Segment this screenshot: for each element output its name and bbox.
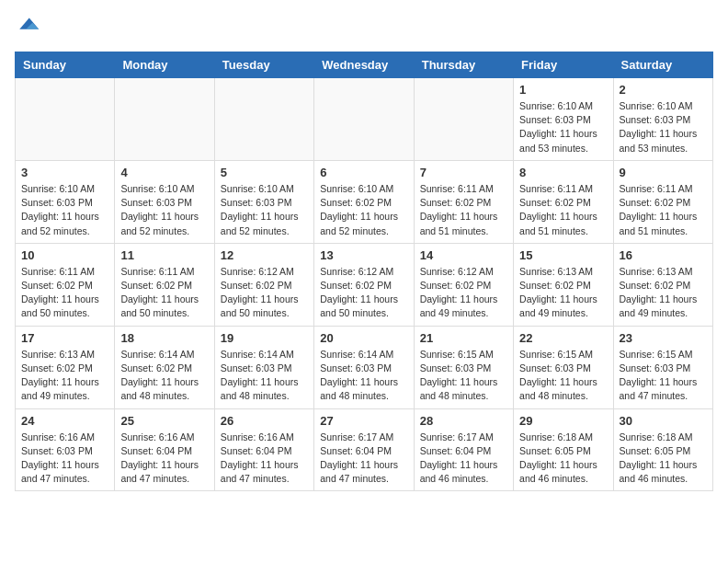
- calendar-cell: [115, 78, 214, 161]
- day-info: Sunrise: 6:18 AM Sunset: 6:05 PM Dayligh…: [620, 431, 707, 487]
- day-info: Sunrise: 6:11 AM Sunset: 6:02 PM Dayligh…: [21, 265, 108, 321]
- day-number: 12: [221, 248, 308, 262]
- day-number: 29: [519, 414, 607, 428]
- day-info: Sunrise: 6:17 AM Sunset: 6:04 PM Dayligh…: [320, 431, 407, 487]
- calendar-cell: 6Sunrise: 6:10 AM Sunset: 6:02 PM Daylig…: [314, 160, 414, 243]
- column-header-friday: Friday: [514, 52, 613, 78]
- day-info: Sunrise: 6:11 AM Sunset: 6:02 PM Dayligh…: [120, 265, 208, 321]
- day-number: 3: [21, 166, 108, 179]
- calendar-cell: 9Sunrise: 6:11 AM Sunset: 6:02 PM Daylig…: [613, 160, 712, 243]
- day-info: Sunrise: 6:10 AM Sunset: 6:03 PM Dayligh…: [221, 182, 308, 238]
- column-header-saturday: Saturday: [613, 52, 712, 78]
- day-info: Sunrise: 6:16 AM Sunset: 6:03 PM Dayligh…: [21, 431, 108, 487]
- day-info: Sunrise: 6:10 AM Sunset: 6:03 PM Dayligh…: [519, 99, 607, 155]
- day-info: Sunrise: 6:18 AM Sunset: 6:05 PM Dayligh…: [519, 431, 607, 487]
- day-info: Sunrise: 6:13 AM Sunset: 6:02 PM Dayligh…: [620, 265, 707, 321]
- day-info: Sunrise: 6:17 AM Sunset: 6:04 PM Dayligh…: [420, 431, 507, 487]
- calendar-cell: 1Sunrise: 6:10 AM Sunset: 6:03 PM Daylig…: [514, 78, 613, 161]
- day-info: Sunrise: 6:14 AM Sunset: 6:03 PM Dayligh…: [221, 348, 308, 404]
- calendar-cell: 8Sunrise: 6:11 AM Sunset: 6:02 PM Daylig…: [514, 160, 613, 243]
- day-number: 18: [120, 331, 208, 345]
- day-info: Sunrise: 6:12 AM Sunset: 6:02 PM Dayligh…: [420, 265, 507, 321]
- day-info: Sunrise: 6:10 AM Sunset: 6:03 PM Dayligh…: [21, 182, 108, 238]
- calendar-week-row: 24Sunrise: 6:16 AM Sunset: 6:03 PM Dayli…: [16, 408, 713, 491]
- day-number: 19: [221, 331, 308, 345]
- day-number: 30: [620, 414, 707, 428]
- day-number: 21: [420, 331, 507, 345]
- day-info: Sunrise: 6:11 AM Sunset: 6:02 PM Dayligh…: [620, 182, 707, 238]
- day-info: Sunrise: 6:16 AM Sunset: 6:04 PM Dayligh…: [120, 431, 208, 487]
- calendar-cell: 3Sunrise: 6:10 AM Sunset: 6:03 PM Daylig…: [16, 160, 115, 243]
- calendar-cell: 18Sunrise: 6:14 AM Sunset: 6:02 PM Dayli…: [115, 326, 214, 408]
- calendar-cell: 4Sunrise: 6:10 AM Sunset: 6:03 PM Daylig…: [115, 160, 214, 243]
- day-info: Sunrise: 6:10 AM Sunset: 6:02 PM Dayligh…: [320, 182, 407, 238]
- calendar-cell: 30Sunrise: 6:18 AM Sunset: 6:05 PM Dayli…: [613, 408, 712, 491]
- day-number: 9: [620, 166, 707, 179]
- calendar-cell: 27Sunrise: 6:17 AM Sunset: 6:04 PM Dayli…: [314, 408, 414, 491]
- column-header-tuesday: Tuesday: [214, 52, 313, 78]
- calendar-cell: 13Sunrise: 6:12 AM Sunset: 6:02 PM Dayli…: [314, 243, 414, 326]
- calendar-cell: [16, 78, 115, 161]
- day-number: 14: [420, 248, 507, 262]
- logo: [15, 15, 42, 40]
- calendar-cell: 17Sunrise: 6:13 AM Sunset: 6:02 PM Dayli…: [16, 326, 115, 408]
- calendar-cell: 26Sunrise: 6:16 AM Sunset: 6:04 PM Dayli…: [214, 408, 313, 491]
- day-info: Sunrise: 6:15 AM Sunset: 6:03 PM Dayligh…: [620, 348, 707, 404]
- day-info: Sunrise: 6:14 AM Sunset: 6:02 PM Dayligh…: [120, 348, 208, 404]
- day-number: 4: [120, 166, 208, 179]
- calendar-cell: 28Sunrise: 6:17 AM Sunset: 6:04 PM Dayli…: [414, 408, 513, 491]
- calendar-cell: [314, 78, 414, 161]
- day-info: Sunrise: 6:10 AM Sunset: 6:03 PM Dayligh…: [620, 99, 707, 155]
- day-info: Sunrise: 6:16 AM Sunset: 6:04 PM Dayligh…: [221, 431, 308, 487]
- calendar-cell: 29Sunrise: 6:18 AM Sunset: 6:05 PM Dayli…: [514, 408, 613, 491]
- calendar-cell: 5Sunrise: 6:10 AM Sunset: 6:03 PM Daylig…: [214, 160, 313, 243]
- calendar-table: SundayMondayTuesdayWednesdayThursdayFrid…: [15, 52, 713, 491]
- calendar-cell: 23Sunrise: 6:15 AM Sunset: 6:03 PM Dayli…: [613, 326, 712, 408]
- calendar-cell: 10Sunrise: 6:11 AM Sunset: 6:02 PM Dayli…: [16, 243, 115, 326]
- calendar-cell: 7Sunrise: 6:11 AM Sunset: 6:02 PM Daylig…: [414, 160, 513, 243]
- day-info: Sunrise: 6:12 AM Sunset: 6:02 PM Dayligh…: [320, 265, 407, 321]
- calendar-cell: 15Sunrise: 6:13 AM Sunset: 6:02 PM Dayli…: [514, 243, 613, 326]
- day-number: 26: [221, 414, 308, 428]
- logo-icon: [15, 15, 40, 40]
- calendar-week-row: 10Sunrise: 6:11 AM Sunset: 6:02 PM Dayli…: [16, 243, 713, 326]
- day-number: 16: [620, 248, 707, 262]
- column-header-monday: Monday: [115, 52, 214, 78]
- day-number: 24: [21, 414, 108, 428]
- day-info: Sunrise: 6:13 AM Sunset: 6:02 PM Dayligh…: [21, 348, 108, 404]
- calendar-cell: 20Sunrise: 6:14 AM Sunset: 6:03 PM Dayli…: [314, 326, 414, 408]
- calendar-cell: [214, 78, 313, 161]
- day-number: 15: [519, 248, 607, 262]
- calendar-header-row: SundayMondayTuesdayWednesdayThursdayFrid…: [16, 52, 713, 78]
- calendar-cell: [414, 78, 513, 161]
- day-number: 28: [420, 414, 507, 428]
- day-number: 10: [21, 248, 108, 262]
- column-header-sunday: Sunday: [16, 52, 115, 78]
- day-info: Sunrise: 6:15 AM Sunset: 6:03 PM Dayligh…: [420, 348, 507, 404]
- day-number: 11: [120, 248, 208, 262]
- column-header-wednesday: Wednesday: [314, 52, 414, 78]
- calendar-cell: 12Sunrise: 6:12 AM Sunset: 6:02 PM Dayli…: [214, 243, 313, 326]
- day-info: Sunrise: 6:15 AM Sunset: 6:03 PM Dayligh…: [519, 348, 607, 404]
- calendar-cell: 16Sunrise: 6:13 AM Sunset: 6:02 PM Dayli…: [613, 243, 712, 326]
- calendar-cell: 2Sunrise: 6:10 AM Sunset: 6:03 PM Daylig…: [613, 78, 712, 161]
- day-number: 25: [120, 414, 208, 428]
- calendar-week-row: 3Sunrise: 6:10 AM Sunset: 6:03 PM Daylig…: [16, 160, 713, 243]
- calendar-week-row: 17Sunrise: 6:13 AM Sunset: 6:02 PM Dayli…: [16, 326, 713, 408]
- day-number: 8: [519, 166, 607, 179]
- day-number: 27: [320, 414, 407, 428]
- page-header: [15, 15, 713, 40]
- day-number: 13: [320, 248, 407, 262]
- calendar-cell: 19Sunrise: 6:14 AM Sunset: 6:03 PM Dayli…: [214, 326, 313, 408]
- day-info: Sunrise: 6:14 AM Sunset: 6:03 PM Dayligh…: [320, 348, 407, 404]
- calendar-cell: 22Sunrise: 6:15 AM Sunset: 6:03 PM Dayli…: [514, 326, 613, 408]
- day-info: Sunrise: 6:12 AM Sunset: 6:02 PM Dayligh…: [221, 265, 308, 321]
- day-number: 2: [620, 83, 707, 97]
- day-number: 20: [320, 331, 407, 345]
- day-number: 23: [620, 331, 707, 345]
- calendar-cell: 25Sunrise: 6:16 AM Sunset: 6:04 PM Dayli…: [115, 408, 214, 491]
- day-number: 17: [21, 331, 108, 345]
- calendar-week-row: 1Sunrise: 6:10 AM Sunset: 6:03 PM Daylig…: [16, 78, 713, 161]
- day-number: 7: [420, 166, 507, 179]
- calendar-cell: 14Sunrise: 6:12 AM Sunset: 6:02 PM Dayli…: [414, 243, 513, 326]
